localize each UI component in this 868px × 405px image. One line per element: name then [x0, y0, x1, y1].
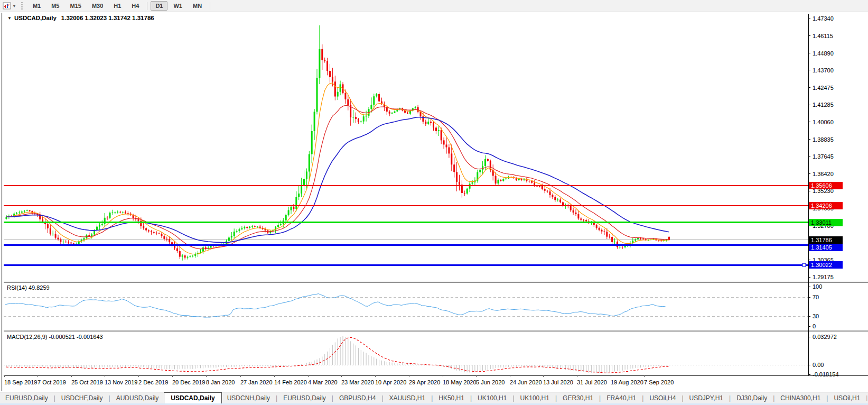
date-label: 20 Dec 2019 — [172, 379, 205, 385]
date-label: 25 Oct 2019 — [71, 379, 103, 385]
price-axis-label: 1.43700 — [813, 67, 834, 73]
chart-ohlc-values: 1.32006 1.32023 1.31742 1.31786 — [61, 15, 154, 21]
moving-average-medium — [6, 105, 669, 249]
tab-ger30-h1[interactable]: GER30,H1 — [557, 393, 599, 403]
date-label: 2 Dec 2019 — [138, 379, 168, 385]
price-axis-label: 1.38835 — [813, 136, 834, 143]
date-label: 7 Sep 2020 — [644, 379, 674, 385]
date-label: 27 Jan 2020 — [240, 379, 273, 385]
price-axis-label: 1.42475 — [813, 85, 834, 91]
tab-dj30-daily[interactable]: DJ30,Daily — [731, 393, 772, 403]
timeframe-button-m1[interactable]: M1 — [28, 1, 45, 11]
toolbar-grip[interactable] — [21, 2, 23, 10]
price-badge: 1.33011 — [809, 219, 843, 226]
candles-layer[interactable] — [6, 25, 670, 261]
price-axis-label: 1.41285 — [813, 102, 834, 108]
tab-separator: | — [865, 395, 868, 401]
tab-eurusd-daily[interactable]: EURUSD,Daily — [0, 393, 53, 403]
rsi-axis-label: 30 — [813, 313, 819, 319]
tab-usoil-h4[interactable]: USOil,H4 — [644, 393, 681, 403]
tab-hk50-h1[interactable]: HK50,H1 — [433, 393, 470, 403]
tab-usdjpy-h1[interactable]: USDJPY,H1 — [684, 393, 729, 403]
macd-indicator-label: MACD(12,26,9) -0.000521 -0.001643 — [7, 334, 103, 340]
date-label: 18 Sep 2019 — [4, 379, 37, 385]
line-handle[interactable] — [802, 263, 806, 266]
chart-title: ▼USDCAD,Daily1.32006 1.32023 1.31742 1.3… — [7, 15, 154, 21]
price-badge: 1.35606 — [809, 182, 843, 189]
timeframe-button-m30[interactable]: M30 — [87, 1, 108, 11]
timeframe-button-h1[interactable]: H1 — [109, 1, 126, 11]
macd-axis-label: 0.00 — [813, 362, 824, 368]
rsi-axis-label: 0 — [813, 323, 816, 329]
date-label: 18 May 2020 — [443, 379, 477, 385]
moving-average-slow — [6, 117, 669, 243]
rsi-axis-label: 70 — [813, 294, 819, 300]
chart-symbol-label: USDCAD,Daily — [14, 15, 57, 21]
chart-canvas[interactable]: 1.473401.461151.448901.437001.424751.412… — [0, 0, 868, 405]
date-label: 24 Jun 2020 — [510, 379, 542, 385]
chart-type-dropdown-icon[interactable]: ▼ — [12, 4, 16, 8]
timeframe-button-d1[interactable]: D1 — [151, 1, 167, 11]
price-axis-label: 1.44890 — [813, 50, 834, 57]
chart-dropdown-icon[interactable]: ▼ — [7, 16, 12, 21]
tab-scroll-controls: |◄► — [865, 395, 868, 401]
chart-tab-bar: EURUSD,Daily|USDCHF,Daily|AUDUSD,DailyUS… — [0, 392, 868, 403]
rsi-axis-label: 100 — [813, 283, 822, 290]
price-badge: 1.34206 — [809, 202, 843, 209]
price-badge: 1.31786 — [809, 236, 843, 244]
price-axis-label: 1.46115 — [813, 33, 833, 39]
date-label: 23 Mar 2020 — [341, 379, 374, 385]
tab-eurusd-daily[interactable]: EURUSD,Daily — [278, 393, 331, 403]
price-axis-label: 1.29175 — [813, 274, 834, 280]
date-label: 10 Apr 2020 — [375, 379, 406, 385]
tab-usoil-h1[interactable]: USOil,H1 — [828, 393, 865, 403]
date-label: 13 Jul 2020 — [543, 379, 573, 385]
tab-uk100-h1[interactable]: UK100,H1 — [472, 393, 512, 403]
tab-china300-h1[interactable]: CHINA300,H1 — [775, 393, 826, 403]
date-label: 29 Apr 2020 — [409, 379, 440, 385]
price-axis-label: 1.47340 — [813, 15, 834, 22]
price-axis-label: 1.37645 — [813, 153, 834, 160]
date-label: 5 Jun 2020 — [476, 379, 505, 385]
macd-axis-label: -0.018154 — [813, 371, 839, 378]
chart-type-icon[interactable] — [3, 2, 11, 10]
tab-gbpusd-h4[interactable]: GBPUSD,H4 — [334, 393, 381, 403]
price-badge: 1.31405 — [809, 244, 843, 251]
timeframe-button-m5[interactable]: M5 — [46, 1, 64, 11]
date-label: 13 Nov 2019 — [105, 379, 137, 385]
toolbar-separator — [210, 2, 210, 10]
macd-histogram — [6, 336, 669, 373]
macd-axis-label: 0.032972 — [813, 334, 837, 340]
price-badge: 1.30022 — [809, 261, 843, 269]
price-axis-label: 1.36420 — [813, 171, 834, 177]
timeframe-button-mn[interactable]: MN — [188, 1, 207, 11]
tab-xauusd-h1[interactable]: XAUUSD,H1 — [384, 393, 431, 403]
tab-usdchf-daily[interactable]: USDCHF,Daily — [56, 393, 108, 403]
tab-usdcnh-daily[interactable]: USDCNH,Daily — [222, 393, 275, 403]
date-label: 31 Jul 2020 — [577, 379, 607, 385]
toolbar-separator — [147, 2, 147, 10]
timeframe-buttons: M1M5M15M30H1H4D1W1MN — [27, 1, 213, 11]
date-label: 8 Jan 2020 — [206, 379, 235, 385]
tab-audusd-daily[interactable]: AUDUSD,Daily — [111, 393, 164, 403]
tab-usdcad-daily[interactable]: USDCAD,Daily — [164, 392, 221, 404]
rsi-indicator-label: RSI(14) 49.8259 — [7, 284, 50, 291]
date-label: 4 Mar 2020 — [308, 379, 338, 385]
timeframe-button-w1[interactable]: W1 — [169, 1, 187, 11]
timeframe-button-h4[interactable]: H4 — [127, 1, 144, 11]
tab-fra40-h1[interactable]: FRA40,H1 — [601, 393, 641, 403]
date-label: 19 Aug 2020 — [611, 379, 643, 385]
tab-uk100-h1[interactable]: UK100,H1 — [515, 393, 555, 403]
toolbar: ▼ M1M5M15M30H1H4D1W1MN — [0, 0, 868, 12]
timeframe-button-m15[interactable]: M15 — [65, 1, 86, 11]
date-label: 14 Feb 2020 — [274, 379, 307, 385]
date-label: 7 Oct 2019 — [38, 379, 66, 385]
price-axis-label: 1.40060 — [813, 119, 834, 125]
